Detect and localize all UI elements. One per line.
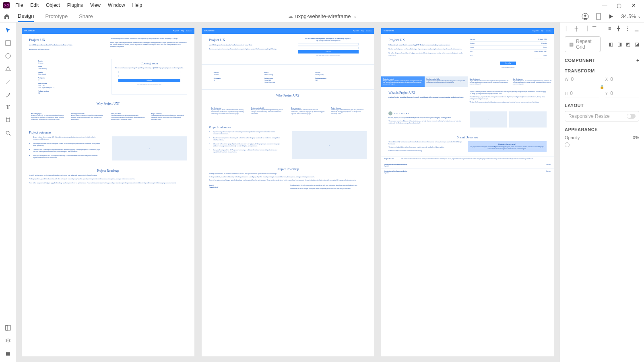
menu-object[interactable]: Object (46, 2, 60, 8)
menu-edit[interactable]: Edit (30, 2, 39, 8)
layout-heading: LAYOUT (565, 103, 584, 108)
menu-view[interactable]: View (90, 2, 101, 8)
plugins-panel-icon[interactable] (4, 350, 12, 357)
svg-rect-12 (6, 325, 8, 330)
add-component-icon[interactable]: + (636, 58, 639, 63)
menu-file[interactable]: File (15, 2, 23, 8)
responsive-resize-select[interactable]: Responsive Resize (565, 111, 639, 121)
align-right-icon[interactable]: ▕ (582, 26, 588, 31)
user-avatar-icon[interactable] (582, 13, 589, 20)
select-tool-icon[interactable] (4, 27, 12, 34)
align-top-icon[interactable]: ▔ (591, 26, 597, 31)
document-name-text: uxpg-website-wireframe (295, 13, 351, 19)
tab-share[interactable]: Share (79, 11, 93, 22)
grid-icon: ▦ (569, 41, 574, 47)
align-center-h-icon[interactable]: ┼ (574, 26, 579, 31)
align-middle-icon[interactable]: ╋ (616, 26, 621, 31)
canvas[interactable]: UX PLAYGROUND Project UXFAQContact us Pr… (16, 23, 559, 362)
text-tool-icon[interactable]: T (4, 104, 12, 111)
zoom-chevron-icon[interactable]: ⌄ (638, 14, 641, 19)
artboard-2[interactable]: UX PLAYGROUNDProject UXFAQContact us Pro… (202, 28, 374, 356)
boolean-exclude-icon[interactable]: ◪ (635, 41, 639, 47)
cloud-icon: ☁ (288, 13, 293, 19)
title-bar: Xd File Edit Object Plugins View Window … (0, 0, 644, 10)
app-icon: Xd (3, 2, 10, 8)
zoom-level[interactable]: 34.5% (621, 13, 636, 19)
rectangle-tool-icon[interactable] (4, 39, 12, 47)
align-bottom-icon[interactable]: ▁ (634, 26, 639, 31)
lock-aspect-icon[interactable]: 🔒 (600, 85, 604, 89)
properties-panel: ▏ ┼ ▕ ▔ ≡ ╋ ⋮ ▁ ▦Repeat Grid ◧ ◨ ◩ ◪ COM… (559, 23, 644, 362)
opacity-slider[interactable] (565, 142, 570, 147)
menu-plugins[interactable]: Plugins (67, 2, 83, 8)
transform-heading: TRANSFORM (565, 68, 595, 73)
y-field[interactable]: Y0 (605, 90, 640, 97)
window-minimize-icon[interactable]: — (597, 2, 612, 8)
component-heading: COMPONENT (565, 58, 595, 63)
width-field[interactable]: W0 (565, 76, 599, 83)
home-icon[interactable] (3, 13, 10, 20)
appearance-heading: APPEARANCE (565, 127, 598, 132)
pen-tool-icon[interactable] (4, 91, 12, 98)
image-placeholder-icon: ▲ (328, 144, 330, 146)
distribute-h-icon[interactable]: ≡ (607, 26, 613, 31)
repeat-grid-button[interactable]: ▦Repeat Grid (565, 36, 601, 52)
boolean-subtract-icon[interactable]: ◨ (617, 41, 622, 47)
resize-toggle[interactable] (627, 114, 636, 119)
svg-rect-11 (6, 325, 10, 330)
polygon-tool-icon[interactable] (4, 65, 12, 72)
assets-icon[interactable] (4, 324, 12, 331)
opacity-value: 0% (633, 135, 639, 140)
tool-rail: T (0, 23, 16, 362)
distribute-v-icon[interactable]: ⋮ (625, 26, 630, 31)
chevron-down-icon: ⌄ (353, 14, 357, 19)
line-tool-icon[interactable] (4, 78, 12, 85)
mobile-preview-icon[interactable] (596, 13, 601, 20)
height-field[interactable]: H0 (565, 90, 599, 97)
menu-window[interactable]: Window (108, 2, 125, 8)
layers-icon[interactable] (4, 337, 12, 344)
opacity-label: Opacity (565, 135, 580, 140)
svg-line-5 (6, 80, 10, 84)
window-maximize-icon[interactable]: ▢ (612, 2, 626, 8)
x-field[interactable]: X0 (605, 76, 640, 83)
menu-help[interactable]: Help (132, 2, 142, 8)
play-preview-icon[interactable] (608, 14, 614, 19)
artboard-tool-icon[interactable] (4, 117, 12, 124)
zoom-tool-icon[interactable] (4, 130, 12, 137)
svg-rect-13 (6, 352, 10, 356)
spabreaks-logo-icon (388, 111, 392, 115)
svg-rect-6 (6, 119, 10, 122)
svg-point-4 (6, 53, 10, 58)
svg-line-10 (9, 134, 10, 136)
tab-design[interactable]: Design (18, 10, 34, 22)
artboard-1[interactable]: UX PLAYGROUND Project UXFAQContact us Pr… (22, 28, 194, 356)
ellipse-tool-icon[interactable] (4, 52, 12, 60)
chevron-icon: Chevron (546, 171, 551, 174)
mode-bar: Design Prototype Share ☁ uxpg-website-wi… (0, 10, 644, 23)
tab-prototype[interactable]: Prototype (45, 11, 68, 22)
svg-rect-3 (6, 41, 10, 45)
boolean-add-icon[interactable]: ◧ (609, 41, 613, 47)
site-header: UX PLAYGROUND Project UXFAQContact us (22, 28, 194, 34)
document-name[interactable]: ☁ uxpg-website-wireframe ⌄ (288, 13, 357, 19)
align-left-icon[interactable]: ▏ (565, 26, 570, 31)
image-placeholder-icon: ▲ (149, 148, 151, 150)
svg-point-1 (584, 14, 586, 16)
svg-rect-2 (597, 13, 601, 20)
svg-point-9 (6, 131, 9, 134)
window-close-icon[interactable]: ✕ (626, 2, 641, 8)
boolean-intersect-icon[interactable]: ◩ (626, 41, 630, 47)
artboard-3[interactable]: UX PLAYGROUNDProject UXFAQContact us Pro… (381, 28, 554, 356)
hero-title: Project UX (29, 38, 106, 42)
chevron-icon: Chevron (546, 164, 551, 167)
